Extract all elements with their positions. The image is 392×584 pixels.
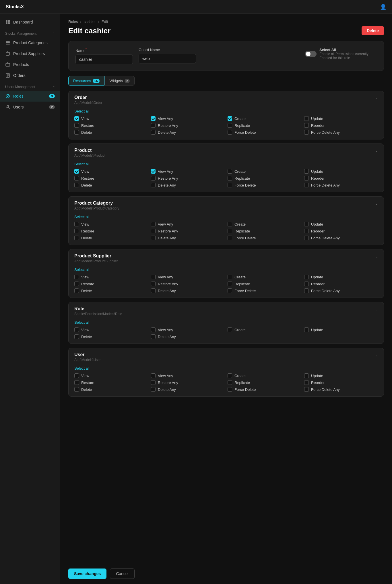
- perm-checkbox-user-1[interactable]: [151, 373, 156, 378]
- perm-checkbox-product-category-1[interactable]: [151, 222, 156, 226]
- perm-checkbox-order-6[interactable]: [228, 123, 232, 128]
- perm-checkbox-product-supplier-5[interactable]: [151, 282, 156, 286]
- perm-checkbox-product-6[interactable]: [228, 176, 232, 181]
- perm-checkbox-product-11[interactable]: [304, 183, 309, 187]
- perm-checkbox-role-0[interactable]: [74, 327, 79, 332]
- select-all-link[interactable]: Select all: [74, 215, 90, 219]
- perm-collapse-icon[interactable]: ⌃: [375, 203, 378, 207]
- sidebar-item-dashboard[interactable]: Dashboard: [0, 17, 60, 28]
- perm-checkbox-product-category-4[interactable]: [74, 229, 79, 233]
- perm-checkbox-user-5[interactable]: [151, 380, 156, 385]
- select-all-link[interactable]: Select all: [74, 162, 90, 166]
- perm-checkbox-product-category-9[interactable]: [151, 236, 156, 240]
- perm-checkbox-product-category-0[interactable]: [74, 222, 79, 226]
- sidebar-item-roles[interactable]: Roles 3: [0, 91, 60, 102]
- perm-checkbox-product-category-5[interactable]: [151, 229, 156, 233]
- perm-checkbox-product-supplier-6[interactable]: [228, 282, 232, 286]
- perm-title: Role: [74, 306, 122, 311]
- perm-checkbox-role-4[interactable]: [74, 334, 79, 339]
- sidebar-item-users[interactable]: Users 2: [0, 102, 60, 112]
- perm-checkbox-product-supplier-4[interactable]: [74, 282, 79, 286]
- perm-checkbox-product-4[interactable]: [74, 176, 79, 181]
- save-button[interactable]: Save changes: [68, 569, 106, 579]
- breadcrumb-cashier[interactable]: cashier: [84, 20, 96, 24]
- perm-checkbox-product-1[interactable]: [151, 169, 156, 174]
- select-all-link[interactable]: Select all: [74, 320, 90, 325]
- perm-checkbox-order-1[interactable]: [151, 116, 156, 121]
- perm-checkbox-user-8[interactable]: [74, 387, 79, 392]
- sidebar-item-orders[interactable]: Orders: [0, 70, 60, 81]
- perm-checkbox-product-supplier-3[interactable]: [304, 275, 309, 279]
- perm-checkbox-product-category-11[interactable]: [304, 236, 309, 240]
- tab-resources[interactable]: Resources 66: [68, 76, 104, 86]
- perm-collapse-icon[interactable]: ⌃: [375, 98, 378, 102]
- sidebar-item-product-categories[interactable]: Product Categories: [0, 37, 60, 48]
- users-collapse-icon[interactable]: ⌃: [53, 86, 55, 89]
- breadcrumb-roles[interactable]: Roles: [68, 20, 78, 24]
- perm-checkbox-order-3[interactable]: [304, 116, 309, 121]
- sidebar-item-product-suppliers[interactable]: Product Suppliers: [0, 48, 60, 59]
- perm-checkbox-product-10[interactable]: [228, 183, 232, 187]
- perm-checkbox-order-4[interactable]: [74, 123, 79, 128]
- perm-checkbox-role-5[interactable]: [151, 334, 156, 339]
- perm-checkbox-role-1[interactable]: [151, 327, 156, 332]
- perm-checkbox-order-7[interactable]: [304, 123, 309, 128]
- perm-checkbox-product-2[interactable]: [228, 169, 232, 174]
- select-all-link[interactable]: Select all: [74, 109, 90, 113]
- perm-checkbox-user-0[interactable]: [74, 373, 79, 378]
- stocks-collapse-icon[interactable]: ⌃: [53, 32, 55, 35]
- perm-checkbox-product-0[interactable]: [74, 169, 79, 174]
- perm-checkbox-product-category-6[interactable]: [228, 229, 232, 233]
- perm-checkbox-product-3[interactable]: [304, 169, 309, 174]
- perm-checkbox-order-11[interactable]: [304, 130, 309, 135]
- sidebar-item-products[interactable]: Products: [0, 59, 60, 70]
- perm-checkbox-product-category-10[interactable]: [228, 236, 232, 240]
- delete-button[interactable]: Delete: [362, 26, 384, 35]
- cancel-button[interactable]: Cancel: [110, 569, 135, 579]
- perm-checkbox-product-category-8[interactable]: [74, 236, 79, 240]
- select-all-link[interactable]: Select all: [74, 366, 90, 370]
- name-input[interactable]: [75, 55, 133, 64]
- perm-checkbox-user-2[interactable]: [228, 373, 232, 378]
- perm-checkbox-user-9[interactable]: [151, 387, 156, 392]
- perm-checkbox-order-5[interactable]: [151, 123, 156, 128]
- perm-checkbox-user-6[interactable]: [228, 380, 232, 385]
- perm-checkbox-user-10[interactable]: [228, 387, 232, 392]
- perm-checkbox-product-supplier-7[interactable]: [304, 282, 309, 286]
- perm-checkbox-user-11[interactable]: [304, 387, 309, 392]
- perm-collapse-icon[interactable]: ⌃: [375, 309, 378, 313]
- perm-collapse-icon[interactable]: ⌃: [375, 151, 378, 155]
- perm-checkbox-product-9[interactable]: [151, 183, 156, 187]
- perm-checkbox-product-supplier-10[interactable]: [228, 288, 232, 293]
- select-all-toggle[interactable]: [305, 51, 317, 57]
- perm-item: Create: [228, 275, 301, 279]
- perm-collapse-icon[interactable]: ⌃: [375, 256, 378, 260]
- perm-checkbox-product-category-3[interactable]: [304, 222, 309, 226]
- perm-checkbox-user-3[interactable]: [304, 373, 309, 378]
- guard-input[interactable]: [139, 54, 196, 63]
- perm-checkbox-product-7[interactable]: [304, 176, 309, 181]
- perm-checkbox-product-category-2[interactable]: [228, 222, 232, 226]
- tab-widgets[interactable]: Widgets 2: [104, 76, 135, 86]
- perm-collapse-icon[interactable]: ⌃: [375, 355, 378, 359]
- perm-checkbox-order-10[interactable]: [228, 130, 232, 135]
- perm-checkbox-order-9[interactable]: [151, 130, 156, 135]
- perm-checkbox-order-2[interactable]: [228, 116, 232, 121]
- perm-checkbox-product-supplier-8[interactable]: [74, 288, 79, 293]
- perm-checkbox-product-5[interactable]: [151, 176, 156, 181]
- perm-checkbox-product-supplier-2[interactable]: [228, 275, 232, 279]
- user-icon[interactable]: 👤: [380, 4, 386, 10]
- perm-checkbox-user-7[interactable]: [304, 380, 309, 385]
- perm-checkbox-product-supplier-11[interactable]: [304, 288, 309, 293]
- perm-checkbox-product-category-7[interactable]: [304, 229, 309, 233]
- perm-checkbox-product-supplier-0[interactable]: [74, 275, 79, 279]
- perm-checkbox-product-supplier-1[interactable]: [151, 275, 156, 279]
- perm-checkbox-order-8[interactable]: [74, 130, 79, 135]
- perm-checkbox-product-supplier-9[interactable]: [151, 288, 156, 293]
- perm-checkbox-order-0[interactable]: [74, 116, 79, 121]
- perm-checkbox-product-8[interactable]: [74, 183, 79, 187]
- perm-checkbox-user-4[interactable]: [74, 380, 79, 385]
- perm-checkbox-role-3[interactable]: [304, 327, 309, 332]
- perm-checkbox-role-2[interactable]: [228, 327, 232, 332]
- select-all-link[interactable]: Select all: [74, 267, 90, 272]
